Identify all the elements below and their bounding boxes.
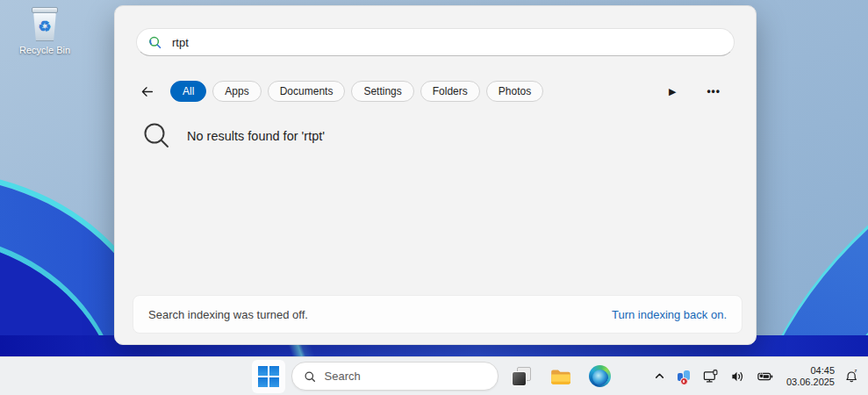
file-explorer-icon	[549, 365, 572, 388]
system-tray: 04:45 03.06.2025 z	[652, 357, 861, 395]
ellipsis-icon: •••	[707, 85, 721, 97]
do-not-disturb-bell-icon: z	[844, 369, 859, 384]
more-filters-button[interactable]: ▶	[664, 84, 681, 99]
chevron-up-icon	[654, 370, 665, 382]
taskbar-search-box[interactable]: Search	[291, 362, 499, 391]
play-right-icon: ▶	[669, 86, 676, 97]
filter-tab-folders[interactable]: Folders	[420, 81, 480, 102]
tray-app-status-button[interactable]	[675, 368, 693, 385]
turn-indexing-on-link[interactable]: Turn indexing back on.	[612, 308, 727, 321]
microsoft-edge-icon	[589, 365, 611, 387]
search-icon	[304, 370, 316, 383]
tray-chevron-up-button[interactable]	[652, 369, 667, 384]
battery-charging-icon	[757, 370, 773, 383]
edge-browser-button[interactable]	[584, 360, 617, 393]
svg-text:z: z	[855, 369, 857, 373]
no-results-message: No results found for 'rtpt'	[141, 120, 325, 152]
back-button[interactable]	[136, 81, 157, 102]
taskbar-center-group: Search	[252, 357, 617, 395]
recycle-bin-label: Recycle Bin	[19, 45, 70, 55]
filter-tab-apps[interactable]: Apps	[212, 81, 261, 102]
recycle-bin-shortcut[interactable]: ♻ Recycle Bin	[11, 7, 79, 55]
task-view-icon	[511, 366, 532, 387]
filter-tab-settings[interactable]: Settings	[351, 81, 413, 102]
clock-time: 04:45	[810, 365, 835, 377]
filter-tab-photos[interactable]: Photos	[486, 81, 543, 102]
search-icon	[147, 35, 162, 50]
network-button[interactable]	[701, 367, 721, 385]
task-view-button[interactable]	[505, 360, 538, 393]
no-results-text: No results found for 'rtpt'	[187, 129, 325, 143]
filter-tab-all[interactable]: All	[170, 81, 206, 102]
taskbar-clock[interactable]: 04:45 03.06.2025	[786, 365, 835, 388]
search-flyout-window: All Apps Documents Settings Folders Phot…	[114, 5, 757, 345]
app-status-icon-red-badge	[677, 370, 692, 384]
recycle-glyph: ♻	[38, 19, 51, 34]
taskbar-search-placeholder: Search	[325, 370, 361, 383]
indexing-status-text: Search indexing was turned off.	[148, 308, 308, 321]
ethernet-display-icon	[703, 369, 719, 384]
windows-logo-icon	[258, 366, 279, 387]
arrow-left-icon	[140, 84, 154, 99]
clock-date: 03.06.2025	[786, 377, 835, 388]
search-input[interactable]	[170, 35, 723, 50]
filter-tab-documents[interactable]: Documents	[268, 81, 346, 102]
battery-button[interactable]	[755, 369, 775, 384]
search-input-container[interactable]	[136, 28, 735, 56]
recycle-bin-icon: ♻	[30, 7, 60, 42]
search-icon-large	[141, 120, 173, 152]
notifications-button[interactable]: z	[843, 367, 861, 385]
volume-button[interactable]	[728, 368, 747, 385]
more-options-button[interactable]: •••	[701, 83, 726, 99]
indexing-status-bar: Search indexing was turned off. Turn ind…	[133, 295, 742, 334]
red-status-badge	[680, 377, 688, 385]
file-explorer-button[interactable]	[544, 360, 577, 393]
taskbar: Search	[0, 356, 868, 395]
start-button[interactable]	[252, 360, 285, 393]
volume-icon	[730, 370, 745, 384]
desktop: ♻ Recycle Bin All Apps Documents Setting…	[0, 0, 868, 395]
search-filter-row: All Apps Documents Settings Folders Phot…	[136, 80, 756, 103]
